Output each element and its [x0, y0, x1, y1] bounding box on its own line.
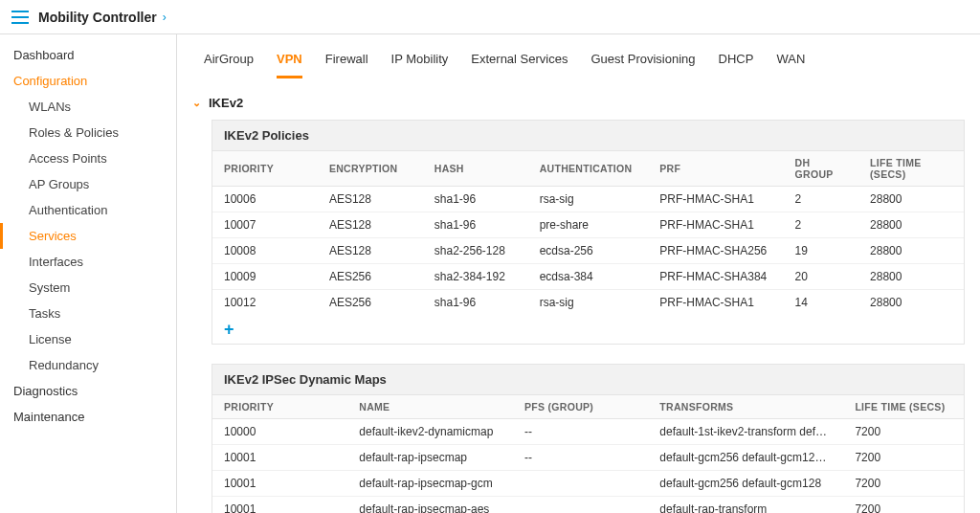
panel-policies: IKEv2 Policies PRIORITYENCRYPTIONHASHAUT… — [212, 120, 965, 345]
column-header[interactable]: PRIORITY — [212, 395, 347, 419]
table-row[interactable]: 10008AES128sha2-256-128ecdsa-256PRF-HMAC… — [212, 238, 964, 264]
cell: sha2-256-128 — [423, 238, 528, 264]
chevron-right-icon[interactable]: › — [163, 11, 167, 24]
column-header[interactable]: NAME — [347, 395, 513, 419]
cell: PRF-HMAC-SHA1 — [648, 290, 783, 316]
policies-table: PRIORITYENCRYPTIONHASHAUTHENTICATIONPRFD… — [212, 151, 964, 344]
tab-guest[interactable]: Guest Provisioning — [590, 44, 695, 78]
column-header[interactable]: DH GROUP — [784, 151, 859, 187]
cell: 10001 — [212, 471, 347, 497]
panel-title-policies: IKEv2 Policies — [212, 121, 964, 151]
column-header[interactable]: HASH — [423, 151, 528, 187]
sidebar-sub-aps[interactable]: Access Points — [0, 145, 176, 171]
table-row[interactable]: 10012AES256sha1-96rsa-sigPRF-HMAC-SHA114… — [212, 290, 964, 316]
table-row[interactable]: 10000default-ikev2-dynamicmap--default-1… — [212, 419, 964, 445]
tab-firewall[interactable]: Firewall — [325, 44, 368, 78]
cell: sha2-384-192 — [423, 264, 528, 290]
menu-icon[interactable] — [11, 11, 29, 24]
table-row[interactable]: 10001default-rap-ipsecmap-gcmdefault-gcm… — [212, 471, 964, 497]
cell: 28800 — [858, 212, 964, 238]
cell: 19 — [784, 238, 859, 264]
sidebar-item-maintenance[interactable]: Maintenance — [0, 404, 176, 430]
panel-title-maps: IKEv2 IPSec Dynamic Maps — [212, 365, 964, 395]
cell: pre-share — [528, 212, 649, 238]
sidebar-item-configuration[interactable]: Configuration — [0, 68, 176, 94]
cell: 28800 — [858, 238, 964, 264]
column-header[interactable]: AUTHENTICATION — [528, 151, 649, 187]
table-row[interactable]: 10009AES256sha2-384-192ecdsa-384PRF-HMAC… — [212, 264, 964, 290]
cell: PRF-HMAC-SHA256 — [648, 238, 783, 264]
tab-external[interactable]: External Services — [471, 44, 568, 78]
page-title: Mobility Controller — [38, 10, 157, 25]
sidebar: Dashboard Configuration WLANs Roles & Po… — [0, 34, 177, 513]
column-header[interactable]: LIFE TIME (SECS) — [858, 151, 964, 187]
cell: 20 — [784, 264, 859, 290]
cell: ecdsa-384 — [528, 264, 649, 290]
cell: AES256 — [318, 290, 423, 316]
tab-vpn[interactable]: VPN — [277, 44, 302, 78]
column-header[interactable]: ENCRYPTION — [318, 151, 423, 187]
add-policy-button[interactable]: + — [224, 320, 234, 339]
cell: 28800 — [858, 290, 964, 316]
section-title: IKEv2 — [209, 96, 243, 110]
cell: 28800 — [858, 264, 964, 290]
column-header[interactable]: LIFE TIME (SECS) — [843, 395, 964, 419]
cell: 10008 — [212, 238, 318, 264]
tab-wan[interactable]: WAN — [776, 44, 805, 78]
sidebar-sub-system[interactable]: System — [0, 275, 176, 301]
cell: -- — [513, 419, 648, 445]
sidebar-sub-services[interactable]: Services — [0, 223, 176, 249]
cell: 10007 — [212, 212, 318, 238]
tab-dhcp[interactable]: DHCP — [719, 44, 754, 78]
cell: 7200 — [843, 471, 964, 497]
cell: 10012 — [212, 290, 318, 316]
cell: 7200 — [843, 497, 964, 514]
sidebar-sub-tasks[interactable]: Tasks — [0, 301, 176, 326]
cell: AES128 — [318, 238, 423, 264]
cell — [513, 471, 648, 497]
tab-ipmobility[interactable]: IP Mobility — [391, 44, 449, 78]
cell: default-gcm256 default-gcm128 — [648, 471, 843, 497]
sidebar-sub-wlans[interactable]: WLANs — [0, 94, 176, 120]
cell: 10006 — [212, 187, 318, 212]
cell: default-rap-transform — [648, 497, 843, 514]
sidebar-item-diagnostics[interactable]: Diagnostics — [0, 378, 176, 404]
table-row[interactable]: 10001default-rap-ipsecmap-aesdefault-rap… — [212, 497, 964, 514]
panel-maps: IKEv2 IPSec Dynamic Maps PRIORITYNAMEPFS… — [212, 364, 965, 513]
sidebar-sub-auth[interactable]: Authentication — [0, 197, 176, 223]
table-row[interactable]: 10006AES128sha1-96rsa-sigPRF-HMAC-SHA122… — [212, 187, 964, 212]
cell: 10001 — [212, 445, 347, 471]
column-header[interactable]: TRANSFORMS — [648, 395, 843, 419]
cell: -- — [513, 445, 648, 471]
chevron-down-icon: ⌄ — [192, 97, 201, 109]
table-row[interactable]: 10001default-rap-ipsecmap--default-gcm25… — [212, 445, 964, 471]
column-header[interactable]: PRF — [648, 151, 783, 187]
cell: PRF-HMAC-SHA384 — [648, 264, 783, 290]
tab-airgroup[interactable]: AirGroup — [204, 44, 254, 78]
cell: 10001 — [212, 497, 347, 514]
cell: 10009 — [212, 264, 318, 290]
section-toggle-ikev2[interactable]: ⌄ IKEv2 — [192, 92, 965, 120]
column-header[interactable]: PFS (GROUP) — [513, 395, 648, 419]
sidebar-item-dashboard[interactable]: Dashboard — [0, 42, 176, 68]
cell: 2 — [784, 212, 859, 238]
cell: 7200 — [843, 445, 964, 471]
cell: 28800 — [858, 187, 964, 212]
cell: sha1-96 — [423, 187, 528, 212]
cell: sha1-96 — [423, 290, 528, 316]
column-header[interactable]: PRIORITY — [212, 151, 318, 187]
sidebar-sub-roles[interactable]: Roles & Policies — [0, 120, 176, 145]
cell: default-ikev2-dynamicmap — [347, 419, 513, 445]
sidebar-sub-interfaces[interactable]: Interfaces — [0, 249, 176, 275]
sidebar-sub-redundancy[interactable]: Redundancy — [0, 352, 176, 378]
cell — [513, 497, 648, 514]
cell: default-gcm256 default-gcm128 … — [648, 445, 843, 471]
sidebar-sub-apgroups[interactable]: AP Groups — [0, 171, 176, 197]
cell: 14 — [784, 290, 859, 316]
cell: PRF-HMAC-SHA1 — [648, 212, 783, 238]
cell: 7200 — [843, 419, 964, 445]
sidebar-sub-license[interactable]: License — [0, 326, 176, 352]
table-row[interactable]: 10007AES128sha1-96pre-sharePRF-HMAC-SHA1… — [212, 212, 964, 238]
cell: sha1-96 — [423, 212, 528, 238]
cell: AES128 — [318, 187, 423, 212]
